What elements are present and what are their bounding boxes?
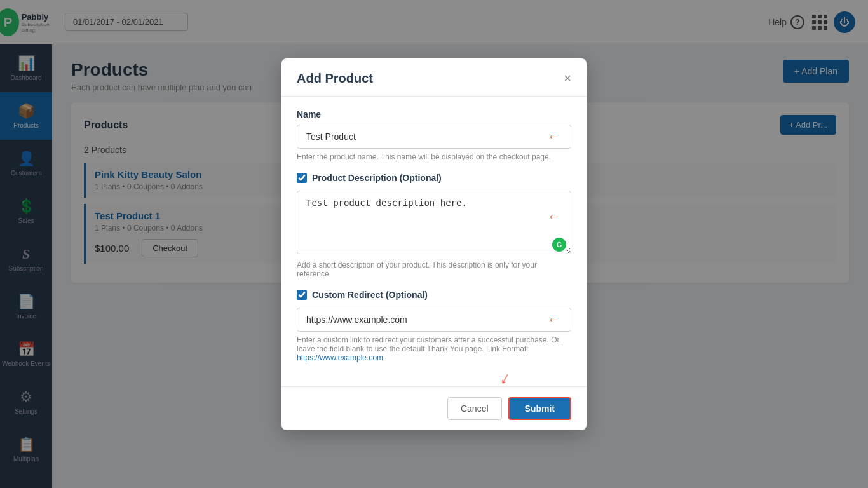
- description-checkbox-row: Product Description (Optional): [297, 173, 571, 183]
- redirect-hint: Enter a custom link to redirect your cus…: [297, 336, 571, 362]
- description-checkbox[interactable]: [297, 173, 307, 183]
- product-name-input[interactable]: [297, 125, 571, 149]
- grammarly-icon: G: [552, 238, 566, 252]
- submit-button[interactable]: Submit: [508, 397, 571, 420]
- redirect-checkbox[interactable]: [297, 290, 307, 300]
- name-hint: Enter the product name. This name will b…: [297, 152, 571, 161]
- redirect-url-input[interactable]: [297, 308, 571, 332]
- redirect-input-wrapper: ←: [297, 308, 571, 332]
- description-hint: Add a short description of your product.…: [297, 261, 571, 278]
- redirect-hint-link[interactable]: https://www.example.com: [297, 353, 383, 362]
- modal-header: Add Product ×: [281, 58, 587, 97]
- modal-title: Add Product: [297, 71, 373, 86]
- redirect-hint-text: Enter a custom link to redirect your cus…: [297, 336, 561, 353]
- redirect-checkbox-row: Custom Redirect (Optional): [297, 290, 571, 300]
- modal-overlay[interactable]: Add Product × Name ← Enter the product n…: [0, 0, 868, 488]
- modal-footer: ↓ Cancel Submit: [281, 386, 587, 430]
- modal-close-button[interactable]: ×: [564, 72, 571, 85]
- description-input-wrapper: Test product description here. ← G: [297, 191, 571, 257]
- product-description-input[interactable]: Test product description here.: [297, 191, 571, 254]
- cancel-button[interactable]: Cancel: [447, 397, 502, 420]
- redirect-checkbox-label[interactable]: Custom Redirect (Optional): [312, 290, 428, 300]
- name-input-wrapper: ←: [297, 125, 571, 149]
- redirect-form-group: ← Enter a custom link to redirect your c…: [297, 308, 571, 362]
- add-product-modal: Add Product × Name ← Enter the product n…: [281, 58, 587, 430]
- description-checkbox-label[interactable]: Product Description (Optional): [312, 173, 442, 183]
- name-label: Name: [297, 109, 571, 119]
- modal-body: Name ← Enter the product name. This name…: [281, 97, 587, 386]
- name-form-group: Name ← Enter the product name. This name…: [297, 109, 571, 161]
- description-form-group: Test product description here. ← G Add a…: [297, 191, 571, 278]
